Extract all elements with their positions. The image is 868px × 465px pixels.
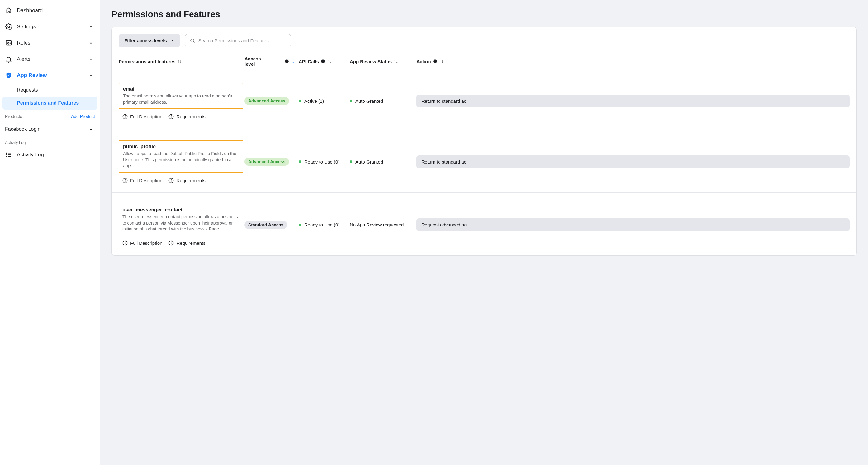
sidebar-item-roles[interactable]: Roles (0, 35, 100, 51)
bell-icon (5, 56, 12, 63)
status-dot-icon (350, 160, 352, 163)
chevron-down-icon (89, 41, 93, 45)
home-icon (5, 7, 12, 14)
api-text: Ready to Use (0) (304, 222, 339, 227)
sidebar-sublabel-requests: Requests (17, 87, 38, 93)
status-dot-icon (299, 224, 301, 226)
sidebar-item-settings[interactable]: Settings (0, 19, 100, 35)
shield-check-icon (5, 72, 12, 79)
sort-icon: ↑↓ (178, 59, 182, 64)
requirements-link[interactable]: Requirements (168, 114, 205, 119)
sidebar-label-activity-log: Activity Log (17, 152, 44, 158)
perm-cell: emailThe email permission allows your ap… (119, 83, 243, 119)
access-badge: Advanced Access (245, 97, 289, 105)
info-icon (168, 114, 174, 119)
svg-point-31 (171, 179, 171, 179)
sort-down-icon: ↓ (292, 59, 294, 64)
main-content: Permissions and Features Filter access l… (100, 0, 868, 465)
info-icon (433, 59, 437, 64)
sidebar-label-facebook-login: Facebook Login (5, 126, 40, 132)
info-icon (122, 178, 128, 183)
sidebar-item-activity-log[interactable]: Activity Log (0, 147, 100, 163)
col-label: App Review Status (350, 59, 392, 64)
review-cell: Auto Granted (350, 159, 415, 164)
search-icon (190, 38, 195, 43)
sidebar-item-alerts[interactable]: Alerts (0, 51, 100, 67)
chevron-down-icon (89, 25, 93, 29)
api-cell: Ready to Use (0) (299, 222, 348, 227)
info-icon (321, 59, 325, 64)
status-dot-icon (299, 160, 301, 163)
api-cell: Active (1) (299, 98, 348, 104)
review-text: No App Review requested (350, 222, 404, 227)
sidebar-label-alerts: Alerts (17, 56, 30, 62)
svg-point-3 (6, 153, 7, 153)
search-field[interactable] (185, 34, 291, 47)
col-permissions[interactable]: Permissions and features ↑↓ (119, 56, 243, 67)
col-api[interactable]: API Calls ↑↓ (299, 56, 348, 67)
access-cell: Standard Access (245, 221, 298, 229)
list-icon (5, 151, 12, 158)
col-label: API Calls (299, 59, 319, 64)
info-icon (168, 241, 174, 246)
search-input[interactable] (195, 34, 286, 47)
action-cell: Request advanced ac (416, 218, 849, 231)
full-description-link[interactable]: Full Description (122, 241, 162, 246)
caret-down-icon (171, 39, 175, 43)
sidebar-item-dashboard[interactable]: Dashboard (0, 2, 100, 19)
sidebar-subitem-permissions[interactable]: Permissions and Features (2, 97, 97, 110)
access-cell: Advanced Access (245, 97, 298, 105)
col-label: Permissions and features (119, 59, 176, 64)
perm-box: user_messenger_contactThe user_messenger… (119, 204, 243, 236)
perm-name: user_messenger_contact (122, 207, 240, 213)
action-button[interactable]: Return to standard ac (416, 95, 849, 107)
svg-point-22 (125, 115, 125, 116)
products-section-header: Products Add Product (0, 110, 100, 122)
action-button[interactable]: Request advanced ac (416, 218, 849, 231)
col-review[interactable]: App Review Status ↑↓ (350, 56, 415, 67)
full-description-link[interactable]: Full Description (122, 178, 162, 183)
sidebar-label-dashboard: Dashboard (17, 7, 43, 14)
filter-label: Filter access levels (124, 38, 167, 43)
perm-links: Full DescriptionRequirements (119, 173, 243, 183)
sidebar-item-facebook-login[interactable]: Facebook Login (0, 122, 100, 136)
link-label: Requirements (176, 241, 205, 246)
link-label: Full Description (130, 241, 162, 246)
table-header: Permissions and features ↑↓ Access level… (112, 54, 857, 71)
svg-point-4 (6, 154, 7, 155)
filter-access-button[interactable]: Filter access levels (119, 34, 180, 47)
perm-box: emailThe email permission allows your ap… (119, 83, 243, 109)
access-badge: Standard Access (245, 221, 287, 229)
col-action[interactable]: Action ↑↓ (416, 56, 849, 67)
perm-description: The user_messenger_contact permission al… (122, 214, 240, 232)
sidebar: Dashboard Settings Roles Alerts App R (0, 0, 100, 465)
action-cell: Return to standard ac (416, 95, 849, 107)
svg-rect-12 (286, 61, 287, 62)
sort-icon: ↑↓ (327, 59, 331, 64)
perm-box: public_profileAllows apps to read the De… (119, 140, 243, 173)
action-button[interactable]: Return to standard ac (416, 155, 849, 168)
requirements-link[interactable]: Requirements (168, 241, 205, 246)
api-text: Ready to Use (0) (304, 159, 339, 164)
page-title: Permissions and Features (112, 9, 857, 19)
svg-point-2 (7, 42, 8, 43)
link-label: Full Description (130, 178, 162, 183)
sidebar-subitem-requests[interactable]: Requests (0, 84, 100, 97)
chevron-down-icon (89, 57, 93, 61)
add-product-link[interactable]: Add Product (71, 114, 95, 119)
full-description-link[interactable]: Full Description (122, 114, 162, 119)
link-label: Requirements (176, 178, 205, 183)
requirements-link[interactable]: Requirements (168, 178, 205, 183)
toolbar: Filter access levels (112, 34, 857, 54)
access-cell: Advanced Access (245, 158, 298, 166)
sidebar-sublabel-permissions: Permissions and Features (17, 100, 79, 105)
svg-point-0 (8, 26, 10, 28)
chevron-up-icon (89, 73, 93, 78)
sidebar-label-settings: Settings (17, 24, 36, 30)
col-access[interactable]: Access level ↓ (245, 56, 298, 67)
permissions-card: Filter access levels Permissions and fea… (112, 27, 857, 256)
sidebar-item-app-review[interactable]: App Review (0, 67, 100, 84)
svg-rect-18 (435, 61, 435, 62)
activity-log-label: Activity Log (0, 136, 100, 147)
table-body: emailThe email permission allows your ap… (112, 71, 857, 255)
